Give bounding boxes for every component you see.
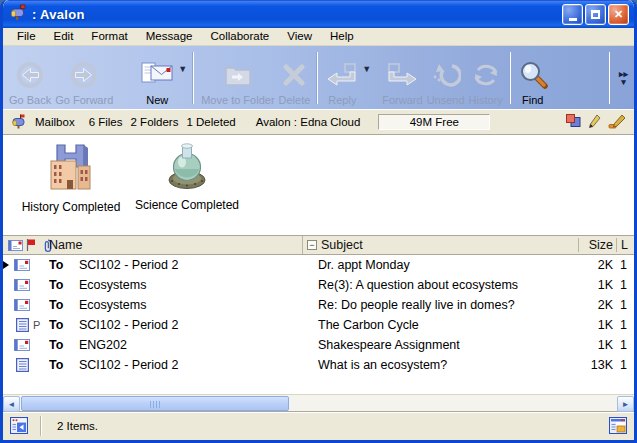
message-size: 13K xyxy=(578,358,616,372)
signature-pen-icon[interactable] xyxy=(608,114,626,131)
arrow-left-icon: ◄ xyxy=(8,400,16,409)
scroll-left-button[interactable]: ◄ xyxy=(3,396,20,412)
window-title: : Avalon xyxy=(32,7,560,22)
menu-view[interactable]: View xyxy=(278,29,321,44)
recipient-name: SCI102 - Period 2 xyxy=(79,318,178,332)
column-header-name[interactable]: Name xyxy=(49,236,302,254)
application-window: : Avalon ✕ File Edit Format Message Coll… xyxy=(0,0,637,443)
history-icon xyxy=(471,56,501,94)
message-list-header: Name − Subject Size L xyxy=(3,235,634,255)
menu-format[interactable]: Format xyxy=(82,29,136,44)
message-subject: Shakespeare Assignment xyxy=(302,338,460,352)
folder-science-completed[interactable]: Science Completed xyxy=(129,143,245,212)
recipient-name: Ecosystems xyxy=(79,298,146,312)
menu-edit[interactable]: Edit xyxy=(45,29,83,44)
message-row[interactable]: To Ecosystems Re(3): A question about ec… xyxy=(3,275,634,295)
scrollbar-thumb[interactable] xyxy=(21,396,289,411)
account-name: Avalon : Edna Cloud xyxy=(256,116,361,128)
message-row[interactable]: P To SCI102 - Period 2 The Carbon Cycle … xyxy=(3,315,634,335)
to-label: To xyxy=(49,338,79,352)
title-bar[interactable]: : Avalon ✕ xyxy=(3,0,634,28)
message-date-truncated: 1 xyxy=(616,278,634,292)
column-header-last-modified-truncated[interactable]: L xyxy=(616,238,634,252)
message-row[interactable]: To Ecosystems Re: Do people really live … xyxy=(3,295,634,315)
menu-file[interactable]: File xyxy=(8,29,45,44)
collapse-panel-icon[interactable] xyxy=(10,417,28,436)
folder-history-completed[interactable]: History Completed xyxy=(13,143,129,214)
recipient-name: SCI102 - Period 2 xyxy=(79,258,178,272)
go-forward-button[interactable]: Go Forward xyxy=(53,49,115,107)
message-subject: What is an ecosystem? xyxy=(302,358,447,372)
chevron-overflow-icon[interactable]: ▸▸ ▾ xyxy=(615,49,632,107)
message-size: 1K xyxy=(578,278,616,292)
column-header-subject[interactable]: − Subject xyxy=(302,236,578,254)
new-dropdown-arrow-icon[interactable]: ▼ xyxy=(178,64,187,74)
move-to-folder-button[interactable]: Move to Folder xyxy=(199,49,276,107)
flask-icon xyxy=(161,143,213,194)
toolbar-separator xyxy=(609,52,610,104)
to-label: To xyxy=(49,358,79,372)
undo-arrow-icon xyxy=(431,56,461,94)
menu-collaborate[interactable]: Collaborate xyxy=(201,29,278,44)
mail-message-icon xyxy=(11,279,33,291)
reply-button[interactable]: Reply xyxy=(323,49,361,107)
delete-button[interactable]: Delete xyxy=(277,49,313,107)
new-button[interactable]: New xyxy=(137,49,177,107)
chevron-down-icon: ▾ xyxy=(621,78,626,86)
pencil-icon[interactable] xyxy=(588,114,601,131)
document-icon xyxy=(11,358,33,372)
split-view-icon[interactable] xyxy=(609,417,627,436)
minimize-button[interactable] xyxy=(562,4,583,25)
menu-bar: File Edit Format Message Collaborate Vie… xyxy=(3,28,634,46)
horizontal-scrollbar[interactable]: ◄ ► xyxy=(3,394,634,411)
folder-icon xyxy=(223,56,253,94)
copy-icon[interactable] xyxy=(565,114,581,130)
recipient-name: Ecosystems xyxy=(79,278,146,292)
mailbox-label: Mailbox xyxy=(35,116,75,128)
find-button[interactable]: Find xyxy=(516,49,550,107)
menu-help[interactable]: Help xyxy=(321,29,363,44)
free-space-indicator: 49M Free xyxy=(378,114,490,130)
magnifier-icon xyxy=(518,56,548,94)
flag-column-icon[interactable] xyxy=(26,239,36,251)
toolbar-separator xyxy=(317,52,318,104)
forward-button[interactable]: Forward xyxy=(380,49,424,107)
close-icon: ✕ xyxy=(614,8,623,21)
mail-message-icon xyxy=(11,299,33,311)
menu-message[interactable]: Message xyxy=(137,29,202,44)
scroll-right-button[interactable]: ► xyxy=(617,396,634,412)
reply-dropdown-arrow-icon[interactable]: ▼ xyxy=(362,64,371,74)
message-date-truncated: 1 xyxy=(616,338,634,352)
message-subject: Re(3): A question about ecosystems xyxy=(302,278,518,292)
folder-icon-pane: History Completed xyxy=(3,135,634,235)
mailbox-small-icon xyxy=(11,114,27,131)
message-date-truncated: 1 xyxy=(616,258,634,272)
building-icon xyxy=(43,143,99,196)
go-back-button[interactable]: Go Back xyxy=(7,49,53,107)
history-button[interactable]: History xyxy=(467,49,505,107)
circle-arrow-right-icon xyxy=(69,56,99,94)
message-size: 1K xyxy=(578,318,616,332)
folder-label: History Completed xyxy=(22,200,121,214)
row-flag: P xyxy=(33,319,49,331)
message-row[interactable]: To SCI102 - Period 2 What is an ecosyste… xyxy=(3,355,634,375)
mailbox-icon xyxy=(9,4,27,24)
message-date-truncated: 1 xyxy=(616,318,634,332)
to-label: To xyxy=(49,318,79,332)
status-divider xyxy=(40,416,41,436)
message-subject: Dr. appt Monday xyxy=(302,258,410,272)
column-header-size[interactable]: Size xyxy=(578,238,616,252)
info-bar: Mailbox 6 Files 2 Folders 1 Deleted Aval… xyxy=(3,109,634,135)
maximize-button[interactable] xyxy=(585,4,606,25)
close-button[interactable]: ✕ xyxy=(608,4,629,25)
collapse-minus-icon[interactable]: − xyxy=(307,240,317,250)
forward-arrow-icon xyxy=(385,56,419,94)
maximize-icon xyxy=(591,10,600,19)
unsend-button[interactable]: Unsend xyxy=(425,49,467,107)
envelope-column-icon[interactable] xyxy=(8,240,23,251)
message-row[interactable]: To ENG202 Shakespeare Assignment 1K 1 xyxy=(3,335,634,355)
message-row[interactable]: To SCI102 - Period 2 Dr. appt Monday 2K … xyxy=(3,255,634,275)
to-label: To xyxy=(49,258,79,272)
mail-message-icon xyxy=(11,339,33,351)
recipient-name: SCI102 - Period 2 xyxy=(79,358,178,372)
